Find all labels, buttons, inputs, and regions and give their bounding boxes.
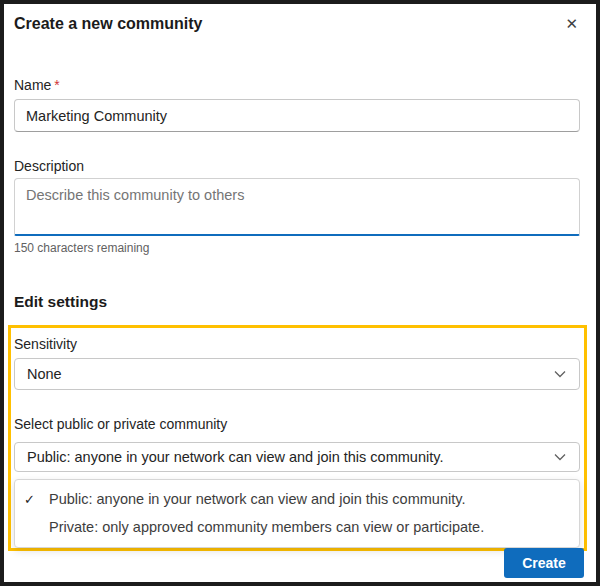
privacy-value: Public: anyone in your network can view …	[27, 449, 443, 465]
check-icon: ✓	[24, 492, 41, 507]
required-asterisk: *	[54, 77, 59, 93]
privacy-option-private[interactable]: Private: only approved community members…	[15, 513, 579, 541]
name-field-group: Name*	[14, 77, 580, 132]
close-icon[interactable]: ✕	[563, 13, 580, 35]
dialog-header: Create a new community ✕	[14, 4, 580, 35]
name-label-text: Name	[14, 77, 51, 93]
name-label: Name*	[14, 77, 580, 94]
description-field-group: Description 150 characters remaining	[14, 158, 580, 255]
edit-settings-heading: Edit settings	[14, 293, 580, 311]
create-button[interactable]: Create	[504, 548, 584, 578]
description-label: Description	[14, 158, 580, 175]
option-label: Private: only approved community members…	[49, 519, 484, 535]
dialog-body: Create a new community ✕ Name* Descripti…	[4, 4, 596, 551]
create-community-dialog: Create a new community ✕ Name* Descripti…	[0, 0, 600, 586]
privacy-option-public[interactable]: ✓ Public: anyone in your network can vie…	[15, 485, 579, 513]
dialog-title: Create a new community	[14, 13, 203, 35]
privacy-dropdown[interactable]: Public: anyone in your network can view …	[14, 442, 580, 472]
privacy-label: Select public or private community	[14, 416, 580, 433]
chevron-down-icon	[553, 451, 567, 463]
sensitivity-label: Sensitivity	[14, 336, 580, 353]
sensitivity-value: None	[27, 366, 62, 382]
chevron-down-icon	[553, 368, 567, 380]
sensitivity-dropdown[interactable]: None	[14, 358, 580, 390]
characters-remaining-text: 150 characters remaining	[14, 241, 580, 255]
privacy-options-listbox: ✓ Public: anyone in your network can vie…	[14, 479, 580, 548]
description-textarea[interactable]	[14, 178, 580, 236]
name-input[interactable]	[14, 99, 580, 132]
option-label: Public: anyone in your network can view …	[49, 491, 465, 507]
settings-highlight-box: Sensitivity None Select public or privat…	[8, 325, 587, 551]
